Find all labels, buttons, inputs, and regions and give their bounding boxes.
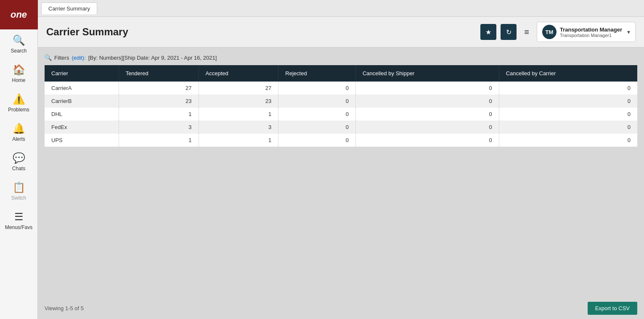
cell-rejected: 0 [278, 95, 356, 108]
alerts-icon: 🔔 [13, 123, 25, 134]
page-header: Carrier Summary ★ ↻ ≡ TM Transportation … [38, 17, 644, 47]
col-header-tendered: Tendered [119, 65, 199, 82]
user-name: Transportation Manager [560, 26, 622, 33]
switch-icon: 📋 [13, 182, 25, 193]
sidebar-item-label-chats: Chats [12, 166, 25, 171]
chevron-down-icon: ▾ [627, 29, 630, 35]
sidebar: one 🔍 Search 🏠 Home ⚠️ Problems 🔔 Alerts… [0, 0, 38, 319]
cell-accepted: 23 [199, 95, 278, 108]
col-header-rejected: Rejected [278, 65, 356, 82]
cell-carrier: CarrierB [45, 95, 119, 108]
filter-text: [By: Numbers][Ship Date: Apr 9, 2021 - A… [88, 55, 217, 61]
cell-cancelled_shipper: 0 [355, 95, 499, 108]
table-container: 🔍 Filters (edit): [By: Numbers][Ship Dat… [38, 47, 644, 298]
filter-bar: 🔍 Filters (edit): [By: Numbers][Ship Dat… [45, 54, 637, 61]
cell-rejected: 0 [278, 134, 356, 147]
cell-rejected: 0 [278, 121, 356, 134]
sidebar-item-search[interactable]: 🔍 Search [0, 29, 38, 59]
chats-icon: 💬 [13, 152, 25, 164]
cell-cancelled_carrier: 0 [499, 108, 637, 121]
sidebar-item-label-search: Search [11, 48, 27, 54]
cell-carrier: UPS [45, 134, 119, 147]
cell-accepted: 3 [199, 121, 278, 134]
cell-cancelled_carrier: 0 [499, 82, 637, 95]
user-info-panel[interactable]: TM Transportation Manager Transportation… [537, 22, 636, 42]
header-actions: ★ ↻ ≡ TM Transportation Manager Transpor… [480, 22, 636, 42]
sidebar-item-alerts[interactable]: 🔔 Alerts [0, 118, 38, 147]
carrier-summary-table: CarrierTenderedAcceptedRejectedCancelled… [45, 65, 637, 147]
filter-icon: 🔍 [45, 54, 52, 61]
carrier-summary-tab[interactable]: Carrier Summary [41, 3, 97, 14]
cell-cancelled_shipper: 0 [355, 108, 499, 121]
cell-rejected: 0 [278, 108, 356, 121]
cell-accepted: 1 [199, 108, 278, 121]
col-header-accepted: Accepted [199, 65, 278, 82]
user-text-block: Transportation Manager Transportation Ma… [560, 26, 622, 38]
table-row: FedEx33000 [45, 121, 637, 134]
refresh-button[interactable]: ↻ [501, 24, 517, 40]
cell-tendered: 1 [119, 134, 199, 147]
cell-accepted: 1 [199, 134, 278, 147]
col-header-carrier: Carrier [45, 65, 119, 82]
cell-carrier: FedEx [45, 121, 119, 134]
main-area: Carrier Summary Carrier Summary ★ ↻ ≡ TM… [38, 0, 644, 319]
sidebar-item-label-switch: Switch [11, 195, 26, 201]
cell-accepted: 27 [199, 82, 278, 95]
cell-cancelled_carrier: 0 [499, 121, 637, 134]
menu-button[interactable]: ≡ [521, 26, 533, 39]
sidebar-item-problems[interactable]: ⚠️ Problems [0, 88, 38, 118]
cell-tendered: 1 [119, 108, 199, 121]
cell-rejected: 0 [278, 82, 356, 95]
cell-cancelled_shipper: 0 [355, 121, 499, 134]
app-logo[interactable]: one [0, 0, 38, 29]
sidebar-item-label-alerts: Alerts [12, 136, 25, 142]
cell-tendered: 3 [119, 121, 199, 134]
table-row: CarrierB2323000 [45, 95, 637, 108]
cell-cancelled_shipper: 0 [355, 134, 499, 147]
table-row: CarrierA2727000 [45, 82, 637, 95]
sidebar-item-label-problems: Problems [8, 107, 29, 113]
cell-cancelled_shipper: 0 [355, 82, 499, 95]
filters-edit-link[interactable]: (edit): [72, 55, 85, 61]
filters-label: Filters [54, 55, 69, 61]
user-avatar: TM [542, 25, 557, 39]
cell-tendered: 27 [119, 82, 199, 95]
user-sub: Transportation Manager1 [560, 33, 622, 38]
problems-icon: ⚠️ [13, 93, 25, 105]
export-csv-button[interactable]: Export to CSV [588, 302, 637, 315]
viewing-text: Viewing 1-5 of 5 [45, 305, 84, 311]
tab-bar: Carrier Summary [38, 0, 644, 17]
page-title: Carrier Summary [46, 26, 475, 38]
col-header-cancelled_carrier: Cancelled by Carrier [499, 65, 637, 82]
star-button[interactable]: ★ [480, 24, 496, 40]
sidebar-item-menus[interactable]: ☰ Menus/Favs [0, 206, 38, 235]
cell-carrier: DHL [45, 108, 119, 121]
sidebar-item-switch[interactable]: 📋 Switch [0, 177, 38, 206]
cell-tendered: 23 [119, 95, 199, 108]
sidebar-item-label-menus: Menus/Favs [5, 224, 32, 230]
search-icon: 🔍 [13, 34, 25, 46]
home-icon: 🏠 [13, 64, 25, 76]
content-area: Carrier Summary ★ ↻ ≡ TM Transportation … [38, 17, 644, 319]
cell-cancelled_carrier: 0 [499, 95, 637, 108]
table-row: DHL11000 [45, 108, 637, 121]
col-header-cancelled_shipper: Cancelled by Shipper [355, 65, 499, 82]
sidebar-item-chats[interactable]: 💬 Chats [0, 147, 38, 177]
table-footer: Viewing 1-5 of 5 Export to CSV [38, 298, 644, 319]
sidebar-item-label-home: Home [12, 77, 25, 83]
cell-cancelled_carrier: 0 [499, 134, 637, 147]
cell-carrier: CarrierA [45, 82, 119, 95]
menus-icon: ☰ [14, 211, 24, 223]
table-row: UPS11000 [45, 134, 637, 147]
sidebar-item-home[interactable]: 🏠 Home [0, 59, 38, 88]
